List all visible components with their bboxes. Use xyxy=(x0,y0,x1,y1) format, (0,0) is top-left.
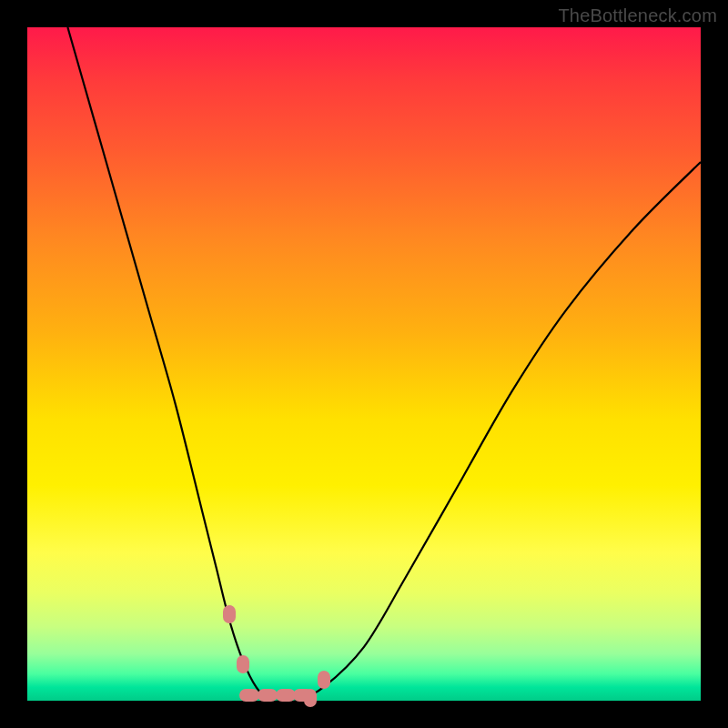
curve-marker xyxy=(258,689,278,702)
curve-marker xyxy=(237,655,249,673)
curve-marker xyxy=(223,605,236,623)
curve-marker xyxy=(318,671,330,689)
plot-area xyxy=(27,27,701,701)
watermark-text: TheBottleneck.com xyxy=(558,5,717,26)
curve-marker xyxy=(239,689,259,702)
curve-marker xyxy=(293,689,313,702)
chart-stage: TheBottleneck.com xyxy=(0,0,728,728)
bottleneck-curve xyxy=(27,27,701,701)
curve-marker xyxy=(276,689,296,702)
